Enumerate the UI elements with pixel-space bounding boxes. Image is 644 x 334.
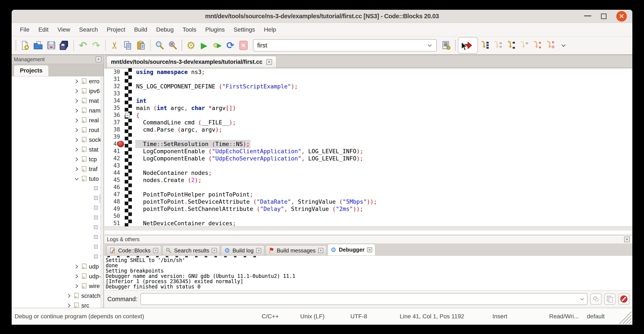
- editor-hscrollbar[interactable]: [104, 226, 632, 231]
- code-line-41[interactable]: 41 LogComponentEnable ("UdpEchoClientApp…: [104, 148, 632, 155]
- tree-scrollbar[interactable]: [100, 77, 104, 308]
- tab-close-icon[interactable]: ✕: [153, 248, 158, 253]
- code-line-30[interactable]: 30using namespace ns3;: [104, 68, 632, 76]
- logs-header[interactable]: Logs & others ✕: [104, 235, 632, 244]
- next-line-button[interactable]: [491, 39, 504, 52]
- toolbar-grip[interactable]: [181, 40, 183, 51]
- tree-item-fif[interactable]: fif: [12, 184, 100, 193]
- tab-close-icon[interactable]: ✕: [318, 248, 323, 253]
- code-line-46[interactable]: 46: [104, 184, 632, 191]
- chevron-right-icon[interactable]: [74, 157, 80, 162]
- editor-tab-close-icon[interactable]: ✕: [266, 59, 272, 65]
- tree-item-erro[interactable]: erro: [12, 77, 100, 86]
- tree-item-se[interactable]: se: [12, 223, 100, 232]
- code-line-47[interactable]: 47 PointToPointHelper pointToPoint;: [104, 191, 632, 198]
- chevron-right-icon[interactable]: [74, 118, 80, 123]
- chevron-down-icon[interactable]: [580, 296, 585, 302]
- tree-item-udp-[interactable]: udp-: [12, 271, 100, 281]
- maximize-button[interactable]: [601, 14, 606, 19]
- save-all-button[interactable]: [58, 39, 71, 52]
- redo-button[interactable]: ↷: [90, 39, 103, 52]
- code-line-33[interactable]: 33: [104, 90, 632, 97]
- tab-close-icon[interactable]: ✕: [367, 247, 372, 252]
- tree-item-scratch[interactable]: scratch: [12, 291, 100, 301]
- tree-item-sock[interactable]: sock: [12, 135, 100, 145]
- chevron-right-icon[interactable]: [66, 303, 72, 308]
- tree-item-src[interactable]: src: [12, 301, 100, 308]
- undo-button[interactable]: ↶: [76, 39, 90, 52]
- toolbar-grip[interactable]: [15, 40, 17, 51]
- tab-search-results[interactable]: Search results ✕: [162, 245, 220, 255]
- chevron-right-icon[interactable]: [74, 274, 80, 279]
- tree-item-th[interactable]: th: [12, 252, 100, 262]
- breakpoint-icon[interactable]: [118, 141, 124, 147]
- chevron-right-icon[interactable]: [74, 137, 80, 143]
- chevron-right-icon[interactable]: [74, 147, 80, 152]
- code-line-40[interactable]: 40 Time::SetResolution (Time::NS);: [104, 140, 632, 148]
- chevron-right-icon[interactable]: [74, 108, 80, 113]
- tab-debugger[interactable]: ⚙ Debugger ✕: [328, 244, 375, 255]
- open-file-button[interactable]: [32, 39, 45, 52]
- code-line-45[interactable]: 45 nodes.Create (2);: [104, 176, 632, 184]
- tab-close-icon[interactable]: ✕: [212, 248, 217, 253]
- tab-codeblocks[interactable]: Code::Blocks ✕: [106, 245, 161, 255]
- tree-item-ipv6[interactable]: ipv6: [12, 86, 100, 96]
- replace-button[interactable]: R: [166, 39, 179, 52]
- tree-item-udp[interactable]: udp: [12, 262, 100, 271]
- management-header[interactable]: Management ✕: [12, 55, 104, 64]
- tree-item-mat[interactable]: mat: [12, 96, 100, 106]
- tree-item-fo[interactable]: fo: [12, 203, 100, 213]
- tree-item-tuto[interactable]: tuto: [12, 174, 100, 184]
- tree-item-tcp[interactable]: tcp: [12, 155, 100, 164]
- command-combobox[interactable]: [140, 293, 588, 305]
- chevron-right-icon[interactable]: [74, 166, 80, 172]
- code-line-37[interactable]: 37 CommandLine cmd (__FILE__);: [104, 119, 632, 126]
- copy-log-button[interactable]: [604, 293, 616, 304]
- step-out-button[interactable]: [517, 39, 530, 52]
- title-bar[interactable]: mnt/dev/tools/source/ns-3-dev/examples/t…: [12, 10, 632, 23]
- step-into-instruction-button[interactable]: [544, 39, 556, 52]
- tree-item-stat[interactable]: stat: [12, 145, 100, 155]
- code-line-32[interactable]: 32NS_LOG_COMPONENT_DEFINE ("FirstScriptE…: [104, 83, 632, 90]
- code-line-35[interactable]: 35main (int argc, char *argv[]): [104, 104, 632, 112]
- minimize-button[interactable]: [584, 15, 591, 16]
- command-input[interactable]: [143, 296, 580, 303]
- chevron-right-icon[interactable]: [74, 264, 80, 269]
- save-button[interactable]: [45, 39, 58, 52]
- menu-edit[interactable]: Edit: [34, 26, 53, 33]
- abort-button[interactable]: ✕: [237, 39, 250, 52]
- chevron-right-icon[interactable]: [74, 79, 80, 84]
- debug-continue-button[interactable]: [458, 37, 478, 54]
- run-button[interactable]: ▶: [198, 39, 211, 52]
- chevron-right-icon[interactable]: [74, 98, 80, 104]
- project-tree[interactable]: erroipv6matnamrealroutsockstattcptraftut…: [12, 77, 100, 308]
- menu-help[interactable]: Help: [260, 26, 281, 33]
- menu-file[interactable]: File: [16, 26, 34, 33]
- code-line-34[interactable]: 34int: [104, 97, 632, 104]
- editor-tab-first-cc[interactable]: mnt/dev/tools/source/ns-3-dev/examples/t…: [106, 56, 276, 68]
- fold-collapse-icon[interactable]: [125, 113, 130, 118]
- menu-project[interactable]: Project: [102, 26, 130, 33]
- code-line-48[interactable]: 48 pointToPoint.SetDeviceAttribute ("Dat…: [104, 198, 632, 205]
- management-close-icon[interactable]: ✕: [96, 57, 102, 62]
- code-line-42[interactable]: 42 LogComponentEnable ("UdpEchoServerApp…: [104, 155, 632, 162]
- chevron-right-icon[interactable]: [74, 88, 80, 94]
- tree-item-traf[interactable]: traf: [12, 164, 100, 174]
- tab-build-log[interactable]: ⚙ Build log ✕: [221, 245, 264, 255]
- chevron-right-icon[interactable]: [74, 127, 80, 133]
- menu-debug[interactable]: Debug: [152, 26, 178, 33]
- new-file-button[interactable]: [18, 39, 32, 52]
- tree-item-wire[interactable]: wire: [12, 281, 100, 291]
- tree-item-six[interactable]: six: [12, 242, 100, 252]
- code-editor[interactable]: 30using namespace ns3;3132NS_LOG_COMPONE…: [104, 68, 632, 231]
- code-line-44[interactable]: 44 NodeContainer nodes;: [104, 169, 632, 176]
- build-button[interactable]: ⚙: [184, 39, 198, 52]
- toolbar-grip[interactable]: [454, 40, 456, 51]
- tree-item-rout[interactable]: rout: [12, 125, 100, 135]
- code-line-38[interactable]: 38 cmd.Parse (argc, argv);: [104, 126, 632, 133]
- next-instruction-button[interactable]: [530, 39, 544, 52]
- code-line-39[interactable]: 39: [104, 133, 632, 140]
- attach-button[interactable]: [590, 293, 602, 304]
- tree-item-he[interactable]: he: [12, 213, 100, 223]
- logs-close-icon[interactable]: ✕: [624, 236, 630, 242]
